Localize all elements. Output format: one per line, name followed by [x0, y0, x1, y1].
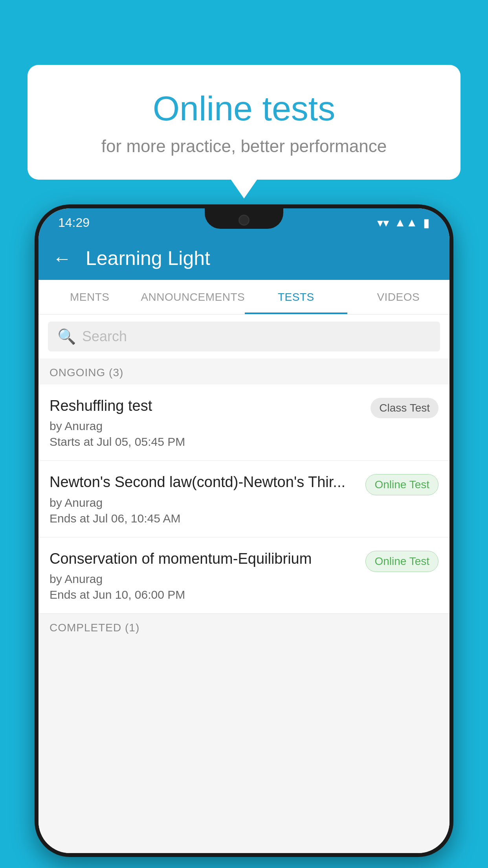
back-button[interactable]: ←: [53, 248, 72, 269]
test-item-2-badge: Online Test: [365, 551, 438, 572]
test-item-0[interactable]: Reshuffling test by Anurag Starts at Jul…: [39, 384, 449, 461]
test-item-2[interactable]: Conservation of momentum-Equilibrium by …: [39, 537, 449, 614]
tab-tests[interactable]: TESTS: [245, 280, 347, 314]
test-item-0-name: Reshuffling test: [50, 396, 363, 416]
test-item-1-badge: Online Test: [365, 474, 438, 495]
bubble-title: Online tests: [59, 88, 429, 129]
status-time: 14:29: [58, 215, 90, 230]
signal-icon: ▲▲: [394, 216, 418, 229]
test-item-1-left: Newton's Second law(contd)-Newton's Thir…: [50, 473, 365, 525]
test-item-0-time-label: Starts at: [50, 435, 94, 448]
app-bar: ← Learning Light: [39, 237, 449, 280]
test-item-0-time-value: Jul 05, 05:45 PM: [97, 435, 185, 448]
test-item-2-time-label: Ends at: [50, 588, 90, 601]
tab-ments[interactable]: MENTS: [39, 280, 141, 314]
test-item-0-left: Reshuffling test by Anurag Starts at Jul…: [50, 396, 371, 449]
status-icons: ▾▾ ▲▲ ▮: [377, 216, 430, 230]
phone-wrapper: 14:29 ▾▾ ▲▲ ▮ ← Learning Light MENTS ANN…: [35, 204, 453, 868]
tab-announcements[interactable]: ANNOUNCEMENTS: [141, 280, 245, 314]
test-item-0-author: by Anurag: [50, 419, 363, 433]
phone-screen: 14:29 ▾▾ ▲▲ ▮ ← Learning Light MENTS ANN…: [39, 208, 449, 853]
section-completed-header: COMPLETED (1): [39, 614, 449, 640]
test-item-2-author: by Anurag: [50, 572, 358, 586]
test-item-1-time-value: Jul 06, 10:45 AM: [93, 512, 180, 525]
test-item-1-author: by Anurag: [50, 496, 358, 509]
search-placeholder: Search: [82, 328, 127, 345]
search-icon: 🔍: [57, 328, 76, 345]
test-item-0-badge: Class Test: [371, 398, 438, 418]
screen-content: 🔍 Search ONGOING (3) Reshuffling test by…: [39, 314, 449, 853]
tabs-container: MENTS ANNOUNCEMENTS TESTS VIDEOS: [39, 280, 449, 314]
test-item-2-name: Conservation of momentum-Equilibrium: [50, 549, 358, 568]
search-input-wrapper[interactable]: 🔍 Search: [48, 322, 440, 351]
speech-bubble-container: Online tests for more practice, better p…: [28, 65, 460, 180]
test-item-2-left: Conservation of momentum-Equilibrium by …: [50, 549, 365, 601]
section-ongoing-header: ONGOING (3): [39, 359, 449, 384]
test-item-2-time: Ends at Jun 10, 06:00 PM: [50, 588, 358, 601]
tab-videos[interactable]: VIDEOS: [347, 280, 449, 314]
test-item-0-time: Starts at Jul 05, 05:45 PM: [50, 435, 363, 449]
test-item-1-time-label: Ends at: [50, 512, 90, 525]
bubble-subtitle: for more practice, better performance: [59, 136, 429, 156]
phone-frame: 14:29 ▾▾ ▲▲ ▮ ← Learning Light MENTS ANN…: [35, 204, 453, 857]
battery-icon: ▮: [423, 216, 430, 230]
section-ongoing-title: ONGOING (3): [50, 366, 123, 379]
section-completed-title: COMPLETED (1): [50, 622, 139, 634]
test-item-1[interactable]: Newton's Second law(contd)-Newton's Thir…: [39, 461, 449, 537]
phone-notch: [205, 208, 283, 229]
speech-bubble: Online tests for more practice, better p…: [28, 65, 460, 180]
wifi-icon: ▾▾: [377, 216, 389, 230]
app-title: Learning Light: [86, 247, 210, 270]
search-container: 🔍 Search: [39, 314, 449, 359]
test-item-2-time-value: Jun 10, 06:00 PM: [93, 588, 185, 601]
test-item-1-time: Ends at Jul 06, 10:45 AM: [50, 512, 358, 525]
test-item-1-name: Newton's Second law(contd)-Newton's Thir…: [50, 473, 358, 492]
phone-camera: [238, 215, 250, 226]
